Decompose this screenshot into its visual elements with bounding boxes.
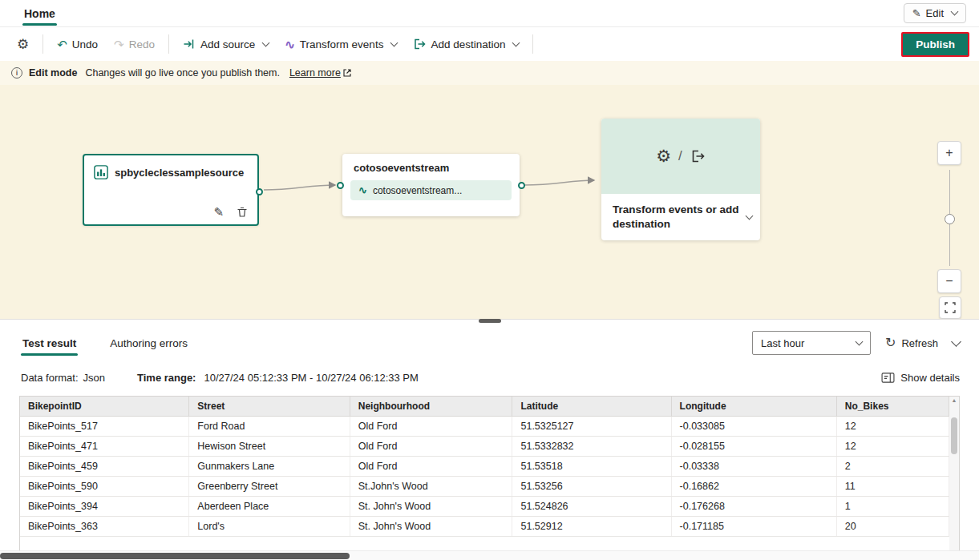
stream-icon: ∿ — [358, 184, 367, 196]
pencil-icon: ✎ — [912, 7, 921, 19]
stream-pill-label: cotosoeventstream... — [373, 185, 462, 196]
chevron-down-icon — [390, 38, 398, 46]
redo-icon: ↷ — [114, 38, 124, 50]
add-source-label: Add source — [200, 38, 255, 50]
table-row: BikePoints_394Aberdeen PlaceSt. John's W… — [20, 496, 949, 516]
result-table-header-row: BikepointIDStreetNeighbourhoodLatitudeLo… — [20, 397, 949, 416]
table-cell: 51.52912 — [512, 516, 671, 536]
output-port[interactable] — [518, 182, 525, 189]
table-cell: BikePoints_459 — [20, 456, 189, 476]
time-range-select[interactable]: Last hour — [752, 331, 871, 355]
table-cell: St.John's Wood — [350, 476, 512, 496]
table-cell: Hewison Street — [189, 436, 350, 456]
add-source-icon — [183, 38, 196, 50]
fit-view-icon — [945, 302, 956, 313]
toolbar: ⚙ ↶ Undo ↷ Redo Add source ∿ Transform e… — [0, 27, 979, 61]
learn-more-link[interactable]: Learn more — [289, 67, 351, 79]
table-cell: -0.16862 — [671, 476, 836, 496]
redo-button[interactable]: ↷ Redo — [107, 34, 162, 55]
table-cell: BikePoints_471 — [20, 436, 189, 456]
collapse-panel-chevron-icon[interactable] — [951, 336, 961, 347]
table-cell: 51.53518 — [512, 456, 671, 476]
destination-exit-icon — [690, 148, 706, 164]
gear-icon: ⚙ — [17, 38, 29, 51]
table-cell: -0.028155 — [671, 436, 836, 456]
zoom-slider-handle[interactable] — [945, 214, 955, 224]
vertical-scrollbar[interactable]: ▲ — [949, 397, 959, 550]
source-node[interactable]: spbycleclessamplesource ✎ — [83, 154, 259, 226]
table-row: BikePoints_471Hewison StreetOld Ford51.5… — [20, 436, 949, 456]
transform-events-label: Transform events — [300, 38, 384, 50]
show-details-label: Show details — [900, 372, 960, 384]
table-cell: 11 — [836, 476, 949, 496]
results-panel: Test result Authoring errors Last hour ↻… — [0, 327, 979, 560]
learn-more-label: Learn more — [289, 67, 341, 79]
plus-icon: + — [945, 146, 953, 160]
stream-pill[interactable]: ∿ cotosoeventstream... — [350, 180, 512, 200]
transform-events-icon: ∿ — [285, 38, 295, 50]
column-header: Longitude — [671, 397, 836, 416]
fit-view-button[interactable] — [939, 296, 961, 319]
add-destination-button[interactable]: Add destination — [406, 33, 526, 55]
table-cell: Greenberry Street — [189, 476, 350, 496]
placeholder-label: Transform events or add destination — [613, 203, 742, 232]
add-source-button[interactable]: Add source — [176, 33, 276, 55]
table-cell: St. John's Wood — [350, 496, 512, 516]
column-header: BikepointID — [20, 397, 189, 416]
transform-events-button[interactable]: ∿ Transform events — [277, 34, 404, 55]
time-range-selected: Last hour — [761, 337, 804, 349]
input-port[interactable] — [337, 182, 344, 189]
transform-gear-icon: ⚙ — [656, 147, 671, 166]
refresh-button[interactable]: ↻ Refresh — [885, 336, 938, 349]
eventstream-canvas[interactable]: spbycleclessamplesource ✎ cotosoeventstr… — [0, 85, 979, 319]
table-cell: 20 — [836, 516, 949, 536]
resize-handle[interactable] — [479, 319, 501, 323]
delete-node-icon[interactable] — [237, 206, 248, 218]
results-tab-bar: Test result Authoring errors Last hour ↻… — [0, 327, 979, 359]
chevron-down-icon — [951, 8, 959, 16]
horizontal-scroll-thumb[interactable] — [0, 553, 350, 559]
banner-message: Changes will go live once you publish th… — [85, 67, 280, 79]
table-cell: St. John's Wood — [350, 516, 512, 536]
table-row: BikePoints_363Lord'sSt. John's Wood51.52… — [20, 516, 949, 536]
add-destination-label: Add destination — [431, 38, 505, 50]
table-cell: Old Ford — [350, 436, 512, 456]
publish-button[interactable]: Publish — [901, 32, 969, 57]
horizontal-scrollbar[interactable] — [0, 550, 979, 560]
zoom-in-button[interactable]: + — [937, 141, 961, 165]
column-header: No_Bikes — [836, 397, 949, 416]
time-range-label: Time range: — [137, 372, 196, 384]
data-format-label: Data format: — [21, 372, 79, 384]
table-row: BikePoints_517Ford RoadOld Ford51.532512… — [20, 416, 949, 436]
show-details-icon — [881, 373, 895, 383]
tab-test-result[interactable]: Test result — [21, 329, 78, 357]
column-header: Latitude — [512, 397, 671, 416]
show-details-button[interactable]: Show details — [881, 372, 960, 384]
zoom-out-button[interactable]: − — [937, 269, 961, 293]
ribbon-tab-bar: Home ✎ Edit — [0, 0, 979, 27]
table-cell: Old Ford — [350, 416, 512, 436]
output-port[interactable] — [256, 188, 263, 195]
eventstream-node[interactable]: cotosoeventstream ∿ cotosoeventstream... — [342, 154, 520, 216]
table-cell: -0.171185 — [671, 516, 836, 536]
transform-destination-placeholder-node[interactable]: ⚙ / Transform events or add destination — [601, 119, 760, 240]
tab-home[interactable]: Home — [22, 2, 57, 26]
table-cell: 2 — [836, 456, 949, 476]
redo-label: Redo — [129, 38, 155, 50]
settings-button[interactable]: ⚙ — [10, 33, 36, 56]
vertical-scroll-thumb[interactable] — [951, 417, 957, 454]
chevron-down-icon — [262, 38, 270, 46]
panel-resize-divider — [0, 319, 979, 327]
add-destination-icon — [413, 38, 426, 50]
table-cell: Aberdeen Place — [189, 496, 350, 516]
table-cell: BikePoints_363 — [20, 516, 189, 536]
result-meta-row: Data format: Json Time range: 10/27/24 0… — [0, 359, 979, 396]
edit-mode-button[interactable]: ✎ Edit — [904, 3, 966, 23]
table-cell: 51.5332832 — [512, 436, 671, 456]
chevron-down-icon[interactable] — [746, 212, 754, 220]
edit-node-icon[interactable]: ✎ — [213, 206, 224, 218]
scroll-up-icon[interactable]: ▲ — [952, 397, 957, 405]
tab-authoring-errors[interactable]: Authoring errors — [108, 329, 189, 357]
undo-button[interactable]: ↶ Undo — [50, 34, 105, 55]
refresh-label: Refresh — [901, 337, 938, 349]
